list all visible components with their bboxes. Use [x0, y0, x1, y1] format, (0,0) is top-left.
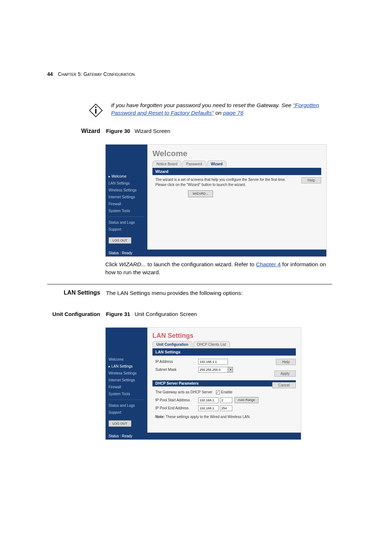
- pool-end-suffix[interactable]: [220, 405, 232, 411]
- pool-start-prefix: [198, 397, 219, 403]
- sidebar-item-system-tools[interactable]: System Tools: [109, 390, 144, 397]
- wizard-sidebar: ▸Welcome LAN Settings Wireless Settings …: [106, 145, 147, 250]
- lan-panel-header: LAN Settings: [152, 348, 296, 356]
- lan-sidebar: Welcome ▸LAN Settings Wireless Settings …: [106, 328, 147, 433]
- wizard-screenshot: ▸Welcome LAN Settings Wireless Settings …: [105, 144, 327, 257]
- auto-range-button[interactable]: Auto Range: [234, 397, 258, 403]
- status-bar: Status : Ready: [106, 250, 326, 256]
- figure-31-caption: Figure 31 Unit Configuration Screen: [106, 311, 197, 317]
- sidebar-item-system-tools[interactable]: System Tools: [109, 207, 144, 214]
- wizard-desc-2: Please click on the "Wizard" button to l…: [155, 182, 318, 187]
- svg-point-1: [95, 106, 97, 108]
- sidebar-item-support[interactable]: Support: [109, 226, 144, 233]
- wizard-section-label: Wizard: [47, 128, 105, 138]
- divider: [47, 284, 332, 284]
- sidebar-item-lan-settings[interactable]: ▸LAN Settings: [109, 363, 144, 370]
- sidebar-item-support[interactable]: Support: [109, 409, 144, 416]
- ip-address-label: IP Address: [155, 359, 198, 364]
- enable-checkbox[interactable]: [216, 390, 220, 394]
- info-note: If you have forgotten your password you …: [87, 102, 332, 119]
- lan-screenshot: Welcome ▸LAN Settings Wireless Settings …: [105, 327, 301, 440]
- status-bar: Status : Ready: [106, 433, 301, 439]
- chapter-title: Chapter 5: Gateway Configuration: [58, 71, 135, 77]
- help-button[interactable]: Help: [301, 177, 321, 183]
- sidebar-item-status-logs[interactable]: Status and Logs: [109, 219, 144, 226]
- lan-title: LAN Settings: [152, 332, 296, 340]
- wizard-main: Welcome Notice Board Password Wizard Wiz…: [147, 145, 326, 250]
- sidebar-item-status-logs[interactable]: Status and Logs: [109, 402, 144, 409]
- wizard-desc-1: The wizard is a set of screens that help…: [155, 177, 318, 182]
- lan-tabs: Unit Configuration DHCP Clients List: [152, 341, 296, 348]
- enable-label: Enable: [221, 390, 232, 395]
- info-icon: [87, 102, 105, 119]
- tab-unit-configuration[interactable]: Unit Configuration: [152, 341, 192, 348]
- tab-dhcp-clients-list[interactable]: DHCP Clients List: [193, 341, 230, 348]
- svg-rect-2: [95, 109, 97, 114]
- sidebar-item-wireless-settings[interactable]: Wireless Settings: [109, 187, 144, 194]
- tab-wizard[interactable]: Wizard: [207, 161, 227, 167]
- figure-30-label: Figure 30: [106, 128, 130, 134]
- info-text: If you have forgotten your password you …: [111, 102, 332, 119]
- logout-button[interactable]: LOG OUT: [109, 237, 131, 244]
- apply-button[interactable]: Apply: [274, 370, 296, 377]
- chevron-down-icon[interactable]: ▾: [228, 367, 233, 373]
- sidebar-item-internet-settings[interactable]: Internet Settings: [109, 377, 144, 384]
- subnet-mask-input[interactable]: [198, 367, 228, 373]
- pool-start-suffix[interactable]: [220, 397, 232, 403]
- lan-settings-label: LAN Settings: [47, 289, 105, 296]
- lan-main: LAN Settings Unit Configuration DHCP Cli…: [147, 328, 301, 433]
- subnet-mask-label: Subnet Mask: [155, 367, 198, 372]
- ip-address-input[interactable]: [198, 359, 228, 365]
- sidebar-item-firewall[interactable]: Firewall: [109, 200, 144, 207]
- unit-config-label: Unit Configuration: [47, 311, 105, 321]
- pool-start-label: IP Pool Start Address: [155, 398, 198, 403]
- wizard-tabs: Notice Board Password Wizard: [152, 161, 321, 167]
- figure-30-caption: Figure 30 Wizard Screen: [106, 128, 170, 134]
- page-76-link[interactable]: page 76: [223, 110, 244, 116]
- sidebar-item-welcome[interactable]: ▸Welcome: [109, 173, 144, 180]
- lan-settings-body: The LAN Settings menu provides the follo…: [106, 289, 243, 296]
- info-on: on: [215, 110, 223, 116]
- pool-end-label: IP Pool End Address: [155, 406, 198, 411]
- help-button[interactable]: Help: [276, 359, 296, 365]
- tab-password[interactable]: Password: [182, 161, 206, 167]
- info-text-line1: If you have forgotten your password you …: [111, 102, 293, 108]
- figure-30-text: Wizard Screen: [135, 128, 170, 134]
- sidebar-item-wireless-settings[interactable]: Wireless Settings: [109, 370, 144, 377]
- figure-31-label: Figure 31: [106, 311, 130, 317]
- sidebar-item-firewall[interactable]: Firewall: [109, 384, 144, 390]
- page-header: 44 Chapter 5: Gateway Configuration: [47, 71, 332, 77]
- figure-31-text: Unit Configuration Screen: [135, 311, 197, 317]
- logout-button[interactable]: LOG OUT: [109, 420, 131, 427]
- wizard-body-text: Click WIZARD... to launch the configurat…: [105, 260, 332, 276]
- wizard-panel-header: Wizard: [152, 168, 321, 175]
- wizard-title: Welcome: [152, 149, 321, 158]
- wizard-button[interactable]: WIZARD...: [188, 190, 213, 197]
- sidebar-item-internet-settings[interactable]: Internet Settings: [109, 194, 144, 200]
- page-number: 44: [47, 71, 53, 77]
- pool-end-prefix: [198, 405, 219, 411]
- lan-note: Note: These settings apply to the Wired …: [155, 414, 293, 420]
- cancel-button[interactable]: Cancel: [272, 382, 296, 388]
- sidebar-item-welcome[interactable]: Welcome: [109, 356, 144, 363]
- dhcp-panel-body: The Gateway acts as DHCP Server Enable I…: [152, 386, 296, 424]
- chapter-4-link[interactable]: Chapter 4: [256, 261, 281, 267]
- sidebar-item-lan-settings[interactable]: LAN Settings: [109, 180, 144, 187]
- tab-notice-board[interactable]: Notice Board: [152, 161, 181, 167]
- dhcp-enable-label: The Gateway acts as DHCP Server: [155, 390, 212, 395]
- wizard-panel-body: The wizard is a set of screens that help…: [152, 175, 321, 202]
